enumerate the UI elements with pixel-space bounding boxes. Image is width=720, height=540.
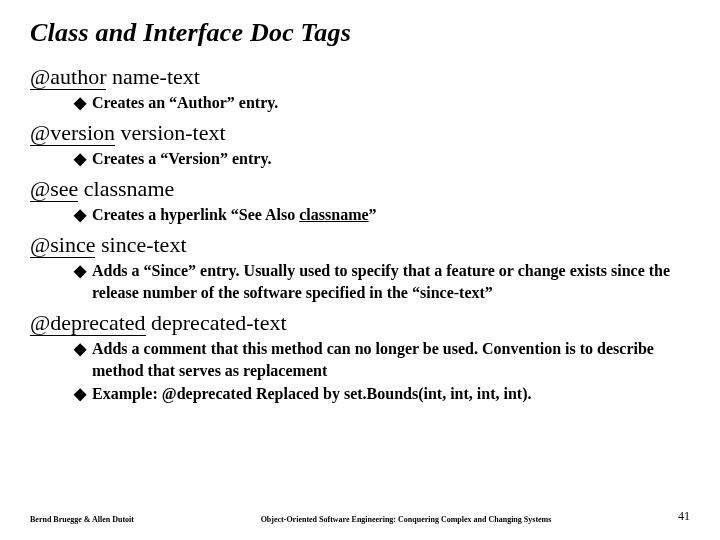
- tag-since-rest: since-text: [95, 232, 186, 257]
- tag-author: @author name-text: [30, 64, 690, 90]
- tag-author-list: ◆ Creates an “Author” entry.: [30, 92, 690, 114]
- list-item: ◆ Creates a hyperlink “See Also classnam…: [74, 204, 690, 226]
- list-item-text: Creates an “Author” entry.: [92, 94, 278, 111]
- footer-center: Object-Oriented Software Engineering: Co…: [134, 515, 678, 524]
- tag-since-at: @since: [30, 232, 95, 258]
- tag-author-rest: name-text: [106, 64, 199, 89]
- page-number: 41: [678, 509, 690, 524]
- diamond-icon: ◆: [74, 148, 86, 170]
- footer: Bernd Bruegge & Allen Dutoit Object-Orie…: [0, 509, 720, 524]
- list-item: ◆ Adds a comment that this method can no…: [74, 338, 690, 381]
- list-item-text: Adds a “Since” entry. Usually used to sp…: [92, 262, 670, 301]
- list-item-text: Adds a comment that this method can no l…: [92, 340, 654, 379]
- tag-version-rest: version-text: [115, 120, 226, 145]
- tag-see-rest: classname: [78, 176, 174, 201]
- slide: Class and Interface Doc Tags @author nam…: [0, 0, 720, 540]
- list-item: ◆ Example: @deprecated Replaced by set.B…: [74, 383, 690, 405]
- tag-version-list: ◆ Creates a “Version” entry.: [30, 148, 690, 170]
- diamond-icon: ◆: [74, 92, 86, 114]
- list-item: ◆ Adds a “Since” entry. Usually used to …: [74, 260, 690, 303]
- list-item-text: Creates a hyperlink “See Also classname”: [92, 206, 377, 223]
- list-item-text: Example: @deprecated Replaced by set.Bou…: [92, 385, 532, 402]
- see-classname: classname: [299, 206, 368, 223]
- tag-version: @version version-text: [30, 120, 690, 146]
- tag-version-at: @version: [30, 120, 115, 146]
- tag-see: @see classname: [30, 176, 690, 202]
- diamond-icon: ◆: [74, 204, 86, 226]
- tag-since: @since since-text: [30, 232, 690, 258]
- tag-author-at: @author: [30, 64, 106, 90]
- diamond-icon: ◆: [74, 260, 86, 282]
- list-item: ◆ Creates a “Version” entry.: [74, 148, 690, 170]
- tag-see-at: @see: [30, 176, 78, 202]
- list-item-text: Creates a “Version” entry.: [92, 150, 272, 167]
- list-item: ◆ Creates an “Author” entry.: [74, 92, 690, 114]
- tag-deprecated-at: @deprecated: [30, 310, 146, 336]
- tag-see-list: ◆ Creates a hyperlink “See Also classnam…: [30, 204, 690, 226]
- tag-since-list: ◆ Adds a “Since” entry. Usually used to …: [30, 260, 690, 303]
- tag-deprecated-rest: deprecated-text: [146, 310, 287, 335]
- tag-deprecated-list: ◆ Adds a comment that this method can no…: [30, 338, 690, 405]
- slide-title: Class and Interface Doc Tags: [30, 18, 690, 48]
- see-suffix: ”: [369, 206, 377, 223]
- see-prefix: Creates a hyperlink “See Also: [92, 206, 299, 223]
- diamond-icon: ◆: [74, 383, 86, 405]
- tag-deprecated: @deprecated deprecated-text: [30, 310, 690, 336]
- footer-left: Bernd Bruegge & Allen Dutoit: [30, 515, 134, 524]
- diamond-icon: ◆: [74, 338, 86, 360]
